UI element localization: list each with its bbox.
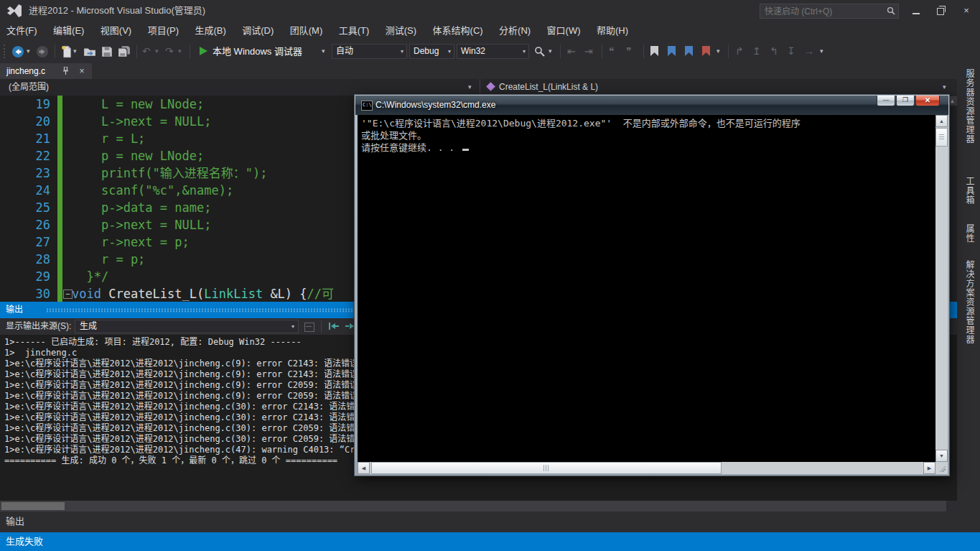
redo-dropdown[interactable]: ▾ <box>178 45 182 58</box>
debug-target-dropdown[interactable]: ▾ <box>322 45 325 58</box>
redo-button[interactable]: ↷ <box>165 44 174 58</box>
tool-tab-properties[interactable]: 属性 <box>963 224 976 243</box>
open-file-button[interactable] <box>83 45 96 58</box>
save-all-button[interactable] <box>118 45 131 58</box>
step-icon-1[interactable]: ↱ <box>735 44 744 58</box>
main-toolbar: ▾ ▾ ↶ ▾ ↷ ▾ 本地 <box>0 40 980 63</box>
member-dropdown[interactable]: CreateList_L(LinkList & L) ▾ <box>480 79 958 96</box>
cmd-minimize-button[interactable]: — <box>877 96 895 106</box>
cmd-horizontal-scrollbar[interactable]: ◀ ▶ <box>358 462 935 474</box>
new-file-button[interactable] <box>60 45 73 58</box>
menu-window[interactable]: 窗口(W) <box>541 22 587 40</box>
cmd-window[interactable]: C:\ C:\Windows\system32\cmd.exe — ❐ ✕ '"… <box>354 94 950 476</box>
cmd-maximize-button[interactable]: ❐ <box>896 96 915 106</box>
output-line: 1>e:\c程序设计语言\进程2012\进程2012\jincheng.c(30… <box>4 412 396 423</box>
solution-platform-combo[interactable]: Win32▾ <box>457 44 529 59</box>
scope-dropdown[interactable]: (全局范围) ▾ <box>0 79 480 96</box>
menu-team[interactable]: 团队(M) <box>284 22 330 40</box>
step-icon-5[interactable]: → <box>804 44 814 58</box>
output-panel-title: 输出 <box>6 302 23 318</box>
toolbar-overflow-2[interactable]: ▾ <box>717 45 720 58</box>
navigate-fwd-scope-icon[interactable]: ⇥ <box>584 44 593 58</box>
quick-launch-box[interactable] <box>760 4 899 19</box>
solution-config-combo[interactable]: Debug▾ <box>409 44 454 59</box>
output-line: 1>e:\c程序设计语言\进程2012\进程2012\jincheng.c(9)… <box>4 369 391 380</box>
menu-analyze[interactable]: 分析(N) <box>493 22 537 40</box>
status-bar: 生成失败 <box>0 532 980 551</box>
tool-tab-solution-explorer[interactable]: 解决方案资源管理器 <box>963 260 976 344</box>
find-message-icon[interactable] <box>304 323 314 332</box>
cmd-console[interactable]: '"E:\c程序设计语言\进程2012\Debug\进程2012.exe"' 不… <box>358 115 948 474</box>
tab-jincheng-c[interactable]: jincheng.c × <box>0 63 92 79</box>
cmd-close-button[interactable]: ✕ <box>915 96 940 106</box>
tab-output[interactable]: 输出 <box>6 511 24 531</box>
menu-file[interactable]: 文件(F) <box>0 22 44 40</box>
output-line: ========== 生成: 成功 0 个，失败 1 个，最新 0 个，跳过 0… <box>4 455 337 466</box>
debug-target-label[interactable]: 本地 Windows 调试器 <box>213 40 302 63</box>
navigate-forward-button[interactable] <box>36 45 49 58</box>
prev-message-icon[interactable] <box>329 323 340 330</box>
comment-icon[interactable]: ❝ <box>609 44 615 58</box>
save-button[interactable] <box>101 45 113 58</box>
menu-build[interactable]: 生成(B) <box>188 22 232 40</box>
navigate-back-scope-icon[interactable]: ⇤ <box>567 44 576 58</box>
code-line: L = new LNode; <box>72 96 204 113</box>
scrollbar-thumb[interactable] <box>935 128 948 147</box>
clear-bookmarks-icon[interactable] <box>702 46 710 56</box>
next-bookmark-icon[interactable] <box>685 46 693 56</box>
navigate-backward-dropdown[interactable]: ▾ <box>27 45 30 58</box>
step-icon-3[interactable]: ↰ <box>770 44 778 58</box>
undo-dropdown[interactable]: ▾ <box>155 45 159 58</box>
menu-tools[interactable]: 工具(T) <box>332 22 376 40</box>
prev-bookmark-icon[interactable] <box>668 46 676 56</box>
right-tool-tabstrip: 服务器资源管理器 工具箱 属性 解决方案资源管理器 <box>957 63 980 511</box>
visual-studio-logo-icon <box>7 4 22 17</box>
toggle-bookmark-icon[interactable] <box>650 46 658 56</box>
scroll-right-icon[interactable]: ▶ <box>923 462 935 474</box>
tool-tab-server-explorer[interactable]: 服务器资源管理器 <box>963 69 976 144</box>
tool-tab-toolbox[interactable]: 工具箱 <box>963 177 976 205</box>
output-source-combo[interactable]: 生成▾ <box>75 320 299 333</box>
menu-edit[interactable]: 编辑(E) <box>47 22 90 40</box>
auto-combo[interactable]: 自动▾ <box>332 44 407 59</box>
output-horizontal-scrollbar[interactable] <box>0 501 946 511</box>
cmd-titlebar[interactable]: C:\ C:\Windows\system32\cmd.exe <box>355 96 948 115</box>
tab-close-icon[interactable]: × <box>76 63 88 79</box>
menu-architecture[interactable]: 体系结构(C) <box>426 22 490 40</box>
scrollbar-thumb[interactable] <box>1 502 65 510</box>
pin-icon[interactable] <box>62 67 70 75</box>
scroll-left-icon[interactable]: ◀ <box>358 462 370 474</box>
menu-debug[interactable]: 调试(D) <box>235 22 280 40</box>
minimize-button[interactable] <box>906 0 926 22</box>
cmd-vertical-scrollbar[interactable]: ▲ ▼ <box>935 115 948 462</box>
toolbar-overflow-1[interactable]: ▾ <box>549 45 552 58</box>
quick-launch-input[interactable] <box>763 4 881 18</box>
console-line: '"E:\c程序设计语言\进程2012\Debug\进程2012.exe"' 不… <box>361 117 801 129</box>
menu-help[interactable]: 帮助(H) <box>590 22 635 40</box>
menu-project[interactable]: 项目(P) <box>141 22 185 40</box>
menu-view[interactable]: 视图(V) <box>94 22 138 40</box>
output-line: 1>e:\c程序设计语言\进程2012\进程2012\jincheng.c(30… <box>4 434 384 445</box>
step-icon-2[interactable]: ↥ <box>752 44 761 58</box>
navigate-backward-button[interactable] <box>11 45 24 58</box>
start-debug-icon[interactable] <box>200 47 207 55</box>
close-button[interactable]: × <box>956 0 976 22</box>
undo-button[interactable]: ↶ <box>142 44 151 58</box>
toolbar-grip[interactable] <box>4 45 5 58</box>
scroll-up-icon[interactable]: ▲ <box>935 115 948 127</box>
search-icon <box>887 6 895 15</box>
chevron-down-icon: ▾ <box>468 79 472 96</box>
line-number: 20 <box>0 113 50 130</box>
step-icon-4[interactable]: ↧ <box>787 44 795 58</box>
resize-grip[interactable] <box>935 462 948 474</box>
toolbar-overflow-3[interactable]: ▾ <box>820 45 823 58</box>
find-in-files-icon[interactable] <box>534 46 546 57</box>
restore-button[interactable] <box>930 0 951 22</box>
new-file-dropdown[interactable]: ▾ <box>73 45 77 58</box>
scrollbar-thumb[interactable] <box>371 462 722 474</box>
menu-test[interactable]: 测试(S) <box>379 22 423 40</box>
line-number: 29 <box>0 268 50 285</box>
uncomment-icon[interactable]: ❞ <box>626 44 632 58</box>
code-line: printf("输入进程名称："); <box>72 165 268 182</box>
scroll-down-icon[interactable]: ▼ <box>935 450 948 462</box>
